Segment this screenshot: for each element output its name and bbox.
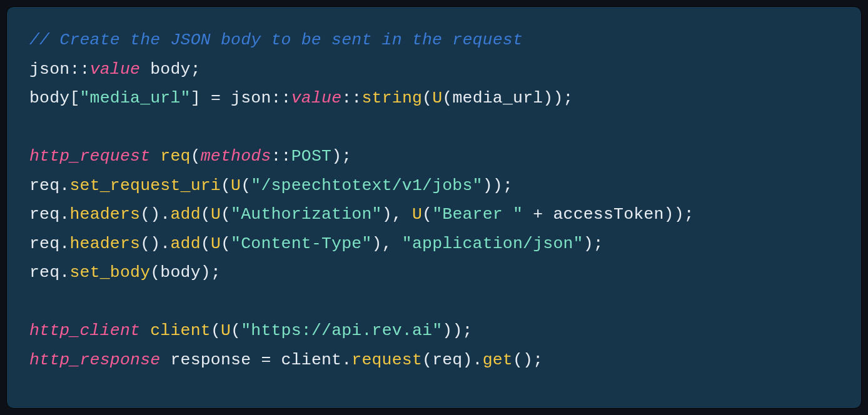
arg: body <box>160 263 200 282</box>
paren: ( <box>231 321 241 340</box>
namespace: json <box>231 89 271 108</box>
obj: req. <box>29 234 69 253</box>
namespace: json <box>29 60 69 79</box>
var: response <box>160 351 261 369</box>
assign-op: = <box>211 89 221 108</box>
string: "Content-Type" <box>231 234 371 253</box>
paren: ( <box>221 205 231 224</box>
macro: U <box>432 89 442 108</box>
obj: req. <box>29 263 69 282</box>
paren: ) <box>664 205 674 224</box>
func: headers <box>69 234 140 253</box>
type: value <box>90 60 141 79</box>
paren: ( <box>221 176 231 195</box>
obj: body[ <box>29 89 80 108</box>
obj: req. <box>29 205 69 224</box>
code-line-blank-2 <box>29 288 839 317</box>
func: set_body <box>69 263 150 282</box>
func: headers <box>69 205 140 224</box>
string: "Authorization" <box>231 205 382 224</box>
string: "/speechtotext/v1/jobs" <box>251 176 482 195</box>
func: string <box>361 89 422 108</box>
scope-op: :: <box>271 89 291 108</box>
macro: U <box>231 176 241 195</box>
paren: ) <box>543 89 553 108</box>
paren: (); <box>513 351 543 369</box>
paren: ); <box>201 263 221 282</box>
code-line-5: http_request req(methods::POST); <box>29 142 839 171</box>
ctor: req <box>160 147 190 166</box>
macro: U <box>221 321 231 340</box>
punct: ), <box>372 234 402 253</box>
func: request <box>351 351 422 369</box>
string-key: "media_url" <box>80 89 191 108</box>
type: methods <box>201 147 271 166</box>
paren: ( <box>221 234 231 253</box>
type: http_client <box>29 321 140 340</box>
ctor: client <box>150 321 211 340</box>
code-line-1: // Create the JSON body to be sent in th… <box>29 26 839 55</box>
code-line-2: json::value body; <box>29 55 839 84</box>
scope-op: :: <box>69 60 89 79</box>
paren: ( <box>442 89 452 108</box>
func: add <box>170 234 200 253</box>
code-line-9: req.set_body(body); <box>29 258 839 288</box>
macro: U <box>211 205 221 224</box>
code-line-8: req.headers().add(U("Content-Type"), "ap… <box>29 229 839 259</box>
macro: U <box>412 205 422 224</box>
scope-op: :: <box>341 89 361 108</box>
macro: U <box>211 234 221 253</box>
paren: ( <box>191 147 201 166</box>
paren: ( <box>241 176 251 195</box>
code-block: // Create the JSON body to be sent in th… <box>6 6 862 409</box>
code-line-blank-1 <box>29 113 839 142</box>
punct: (req). <box>422 351 483 369</box>
paren: ( <box>211 321 221 340</box>
type: value <box>291 89 342 108</box>
var: accessToken <box>553 205 664 224</box>
paren: ( <box>201 205 211 224</box>
paren: ); <box>674 205 694 224</box>
space <box>140 321 150 340</box>
type: http_request <box>29 147 150 166</box>
code-line-11: http_client client(U("https://api.rev.ai… <box>29 316 839 346</box>
func: add <box>170 205 200 224</box>
var-decl: body; <box>140 60 201 79</box>
arg: media_url <box>452 89 543 108</box>
obj: req. <box>29 176 69 195</box>
comment: // Create the JSON body to be sent in th… <box>29 31 523 49</box>
paren: ( <box>422 205 432 224</box>
space <box>221 89 231 108</box>
scope-op: :: <box>271 147 291 166</box>
code-line-7: req.headers().add(U("Authorization"), U(… <box>29 200 839 229</box>
paren: ); <box>493 176 513 195</box>
paren: ( <box>150 263 160 282</box>
type: http_response <box>29 351 160 369</box>
func: get <box>483 351 513 369</box>
string: "application/json" <box>402 234 583 253</box>
punct: (). <box>140 234 170 253</box>
code-line-12: http_response response = client.request(… <box>29 346 839 375</box>
punct: (). <box>140 205 170 224</box>
string: "https://api.rev.ai" <box>241 321 442 340</box>
bracket-close: ] <box>191 89 211 108</box>
paren: ) <box>442 321 452 340</box>
func: set_request_uri <box>69 176 221 195</box>
paren: ); <box>331 147 351 166</box>
assign-op: = <box>261 351 271 369</box>
paren: ); <box>583 234 603 253</box>
code-line-3: body["media_url"] = json::value::string(… <box>29 84 839 113</box>
paren: ); <box>452 321 472 340</box>
plus-op: + <box>523 205 553 224</box>
punct: ), <box>382 205 412 224</box>
space <box>150 147 160 166</box>
code-line-6: req.set_request_uri(U("/speechtotext/v1/… <box>29 171 839 201</box>
paren: ) <box>483 176 493 195</box>
paren: ( <box>422 89 432 108</box>
paren: ( <box>201 234 211 253</box>
paren: ); <box>553 89 573 108</box>
string: "Bearer " <box>432 205 523 224</box>
obj: client. <box>271 351 351 369</box>
const: POST <box>291 147 331 166</box>
